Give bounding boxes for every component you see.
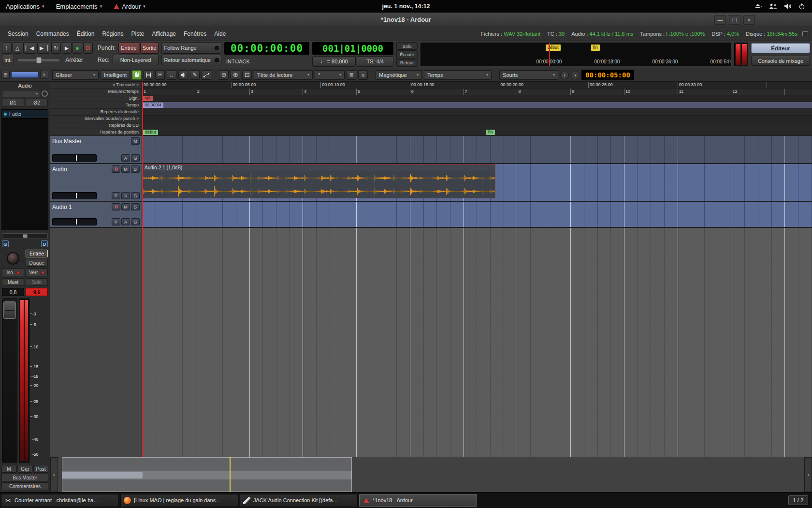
group-track-button[interactable]: G	[131, 192, 140, 199]
ruler-label-sign[interactable]: Sign.	[50, 95, 142, 102]
grid-unit-combo[interactable]: Temps ▾	[424, 70, 492, 80]
automation-button[interactable]: A	[121, 192, 130, 199]
taskbar-item[interactable]: JACK Audio Connection Kit [(defa...	[240, 494, 358, 507]
peak-display[interactable]: 9,6	[26, 288, 48, 296]
menu-régions[interactable]: Régions	[98, 30, 127, 37]
time-signature-marker[interactable]: 4/4	[143, 96, 153, 101]
mini-marker-fin[interactable]: fin	[591, 45, 600, 51]
minimize-button[interactable]: —	[714, 15, 726, 25]
go-to-end-button[interactable]: ▶▕	[37, 42, 50, 54]
secondary-clock[interactable]: 001|01|0000	[312, 42, 393, 55]
audition-tool-button[interactable]	[178, 70, 188, 80]
track-header-audio-1[interactable]: Audio 1 M S P A G	[50, 202, 142, 227]
shrink-tracks-button[interactable]: ≡	[358, 70, 368, 80]
ruler-cd-markers-canvas[interactable]	[142, 122, 812, 129]
gain-fader[interactable]	[2, 299, 17, 463]
auto-return-button[interactable]: Retour automatique	[161, 55, 221, 65]
mini-timeline[interactable]: début fin 00:00:00:0000:00:18:0000:00:36…	[420, 43, 731, 66]
ruler-sign-canvas[interactable]: 4/4	[142, 95, 812, 102]
solo-track-button[interactable]: S	[131, 165, 140, 173]
track-canvas-audio-1[interactable]	[142, 202, 812, 227]
punch-out-button[interactable]: Sortie	[140, 42, 159, 54]
mute-button[interactable]: Muet	[2, 278, 24, 286]
comments-button[interactable]: Commentaires	[1, 482, 48, 490]
system-clock[interactable]: jeu. 1 nov., 14:12	[382, 3, 430, 10]
primary-clock[interactable]: 00:00:00:00	[224, 42, 309, 55]
output-bus-button[interactable]: Bus Master	[1, 474, 48, 481]
summary-overview[interactable]	[58, 457, 804, 492]
pan-thumb[interactable]	[23, 234, 28, 238]
track-name[interactable]: Bus Master	[52, 138, 130, 145]
marker-debut[interactable]: début	[143, 130, 158, 135]
range-tool-button[interactable]	[144, 70, 153, 80]
window-title-bar[interactable]: *1nov18 - Ardour — ▢ ×	[0, 13, 812, 27]
automation-button[interactable]: A	[121, 154, 130, 162]
tempo-marker[interactable]: 80,000/4	[143, 103, 163, 108]
strip-grid-button[interactable]: ⊞	[1, 71, 10, 79]
track-canvas-audio[interactable]: Audio-2.1 (1,0dB)	[142, 164, 812, 201]
sync-source-button[interactable]: INT/JACK	[224, 59, 250, 64]
strip-output-combo[interactable]: - ▾	[2, 90, 40, 97]
tab-editor[interactable]: Éditeur	[751, 43, 810, 53]
phase-2-button[interactable]: Ø2	[26, 99, 48, 107]
track-canvas-bus-master[interactable]	[142, 136, 812, 163]
ruler-bars-canvas[interactable]: 123456789101112	[142, 89, 812, 95]
track-name[interactable]: Audio 1	[52, 204, 111, 210]
record-arm-button[interactable]	[112, 203, 120, 210]
zoom-in-button[interactable]: ⊕	[231, 70, 240, 80]
close-button[interactable]: ×	[743, 15, 755, 25]
edit-mode-combo[interactable]: Glisser ▾	[52, 70, 99, 80]
taskbar-item[interactable]: *1nov18 - Ardour	[359, 494, 477, 507]
solo-global-button[interactable]: Solo	[396, 42, 418, 50]
ruler-label-tempo[interactable]: Tempo	[50, 102, 142, 109]
workspace-pager[interactable]: 1 / 2	[788, 495, 808, 505]
menu-piste[interactable]: Piste	[127, 30, 148, 37]
gain-fader-handle[interactable]	[3, 301, 16, 319]
solo-track-button[interactable]: S	[131, 203, 140, 210]
pan-slider[interactable]	[2, 233, 48, 239]
menu-fenêtres[interactable]: Fenêtres	[180, 30, 210, 37]
marker-fin[interactable]: fin	[486, 130, 495, 135]
go-to-start-button[interactable]: ▏◀	[23, 42, 36, 54]
empty-canvas[interactable]	[142, 228, 812, 457]
feedback-button[interactable]: Retour	[396, 59, 418, 67]
menu-session[interactable]: Session	[4, 30, 32, 37]
ruler-label-timecode[interactable]: « Timecode »	[50, 82, 142, 89]
nudge-clock[interactable]: 00:00:05:00	[581, 70, 634, 80]
error-log-icon[interactable]	[802, 31, 808, 36]
strip-close-button[interactable]: ×	[40, 71, 48, 79]
track-name[interactable]: Audio	[52, 166, 111, 173]
edit-point-combo[interactable]: Souris ▾	[499, 70, 558, 80]
play-button[interactable]: ▶	[62, 42, 72, 54]
ruler-label-bars[interactable]: Mesures:Temps	[50, 89, 142, 95]
metering-point-button[interactable]	[42, 90, 48, 97]
meter-point-button[interactable]: Post	[33, 465, 48, 473]
summary-view-rect[interactable]	[62, 457, 352, 492]
loop-button[interactable]: ↻	[51, 42, 61, 54]
zoom-out-button[interactable]: ⊖	[219, 70, 229, 80]
ruler-timecode-canvas[interactable]: 00:00:00:0000:00:05:0000:00:10:0000:00:1…	[142, 82, 812, 89]
taskbar-item[interactable]: ✉Courrier entrant - christian@le-ba...	[1, 494, 119, 507]
mute-track-button[interactable]: M	[131, 137, 140, 145]
power-icon[interactable]	[798, 3, 805, 10]
smart-mode-button[interactable]: Intelligent	[101, 70, 130, 80]
expand-tracks-button[interactable]: ≣	[347, 70, 356, 80]
cut-tool-button[interactable]: ✂	[155, 70, 165, 80]
taskbar-item[interactable]: [Linux MAO | reglage du gain dans...	[120, 494, 238, 507]
group-track-button[interactable]: G	[131, 218, 140, 225]
trim-knob[interactable]	[7, 252, 19, 265]
midi-panic-button[interactable]: !	[2, 42, 12, 54]
ruler-tempo-canvas[interactable]: 80,000/4	[142, 102, 812, 109]
ruler-label-loop-punch[interactable]: Intervalles boucle/« punch »	[50, 116, 142, 122]
processor-fader-item[interactable]: Fader	[2, 110, 48, 119]
eject-icon[interactable]	[754, 3, 762, 10]
solo-button[interactable]: Solo	[26, 278, 48, 286]
shuttle-mode-button[interactable]: Int.	[2, 55, 14, 65]
automation-button[interactable]: A	[121, 218, 130, 225]
summary-scroll-right-button[interactable]: ›	[804, 457, 812, 492]
tempo-button[interactable]: ♩ = 80,000	[312, 56, 356, 67]
ruler-range-markers-canvas[interactable]	[142, 109, 812, 116]
mini-marker-debut[interactable]: début	[546, 45, 561, 51]
menu-édition[interactable]: Édition	[73, 30, 99, 37]
snap-mode-combo[interactable]: Magnétique ▾	[376, 70, 422, 80]
